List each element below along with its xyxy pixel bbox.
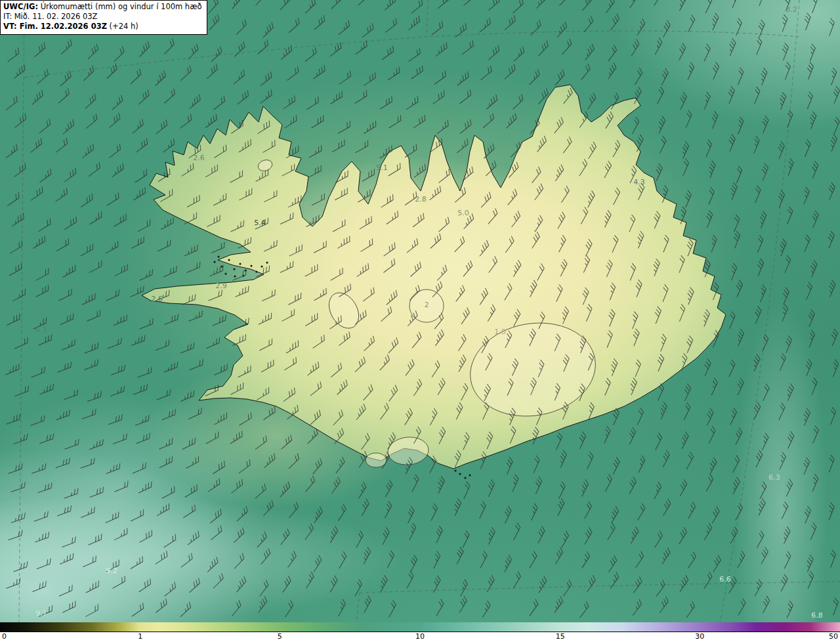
map-value-label: 5.1 bbox=[376, 163, 388, 172]
map-value-label: 9.7 bbox=[35, 609, 47, 618]
colorbar-tick: 5 bbox=[278, 632, 282, 641]
model-name: UWC/IG: bbox=[3, 2, 38, 11]
map-value-label: 3.2 bbox=[786, 5, 797, 14]
colorbar-tick: 15 bbox=[556, 632, 565, 641]
colorbar-tick: 10 bbox=[415, 632, 425, 641]
colorbar-tick: 30 bbox=[695, 632, 704, 641]
map-value-label: 4.3 bbox=[633, 178, 645, 186]
colorbar-gradient bbox=[0, 622, 840, 632]
map-canvas: 2.65.12.85.05.44.33.22.92.66.31.026.36.6… bbox=[0, 0, 840, 622]
map-value-label: 1.0 bbox=[494, 328, 506, 336]
map-value-label: 6.6 bbox=[719, 575, 731, 584]
colorbar-tick: 1 bbox=[138, 632, 142, 641]
valid-offset: (+24 h) bbox=[107, 22, 138, 31]
map-value-label: 2.8 bbox=[415, 195, 427, 203]
map-value-label: 2.6 bbox=[151, 295, 163, 303]
init-time-line: IT: Mið. 11. 02. 2026 03Z bbox=[3, 12, 202, 22]
map-value-label: 9.2 bbox=[106, 567, 117, 575]
map-title: Úrkomumætti (mm) og vindur í 100m hæð bbox=[38, 2, 202, 11]
colorbar-tick: 0 bbox=[2, 632, 7, 641]
weather-map-app: 2.65.12.85.05.44.33.22.92.66.31.026.36.6… bbox=[0, 0, 840, 642]
map-value-label: 5.0 bbox=[457, 209, 469, 217]
valid-time-line: VT: Fim. 12.02.2026 03Z (+24 h) bbox=[3, 22, 202, 32]
colorbar-tick-labels: 01510153050 bbox=[0, 632, 840, 641]
colorbar: 01510153050 bbox=[0, 622, 840, 642]
title-line: UWC/IG: Úrkomumætti (mm) og vindur í 100… bbox=[3, 2, 202, 12]
colorbar-tick: 50 bbox=[829, 632, 838, 641]
glacier-outline bbox=[366, 453, 387, 467]
map-value-label: 2 bbox=[425, 301, 429, 309]
map-value-label: 2.9 bbox=[215, 282, 227, 290]
map-value-label: 6.8 bbox=[811, 611, 823, 620]
map-value-label: 2.6 bbox=[193, 154, 205, 162]
map-value-label: 6.3 bbox=[768, 473, 780, 482]
map-value-label: 5.4 bbox=[254, 219, 266, 227]
map-title-box: UWC/IG: Úrkomumætti (mm) og vindur í 100… bbox=[0, 0, 207, 35]
valid-time: VT: Fim. 12.02.2026 03Z bbox=[3, 22, 107, 31]
map-value-label: 6.3 bbox=[35, 326, 47, 334]
map-overlay: 2.65.12.85.05.44.33.22.92.66.31.026.36.6… bbox=[0, 0, 840, 622]
